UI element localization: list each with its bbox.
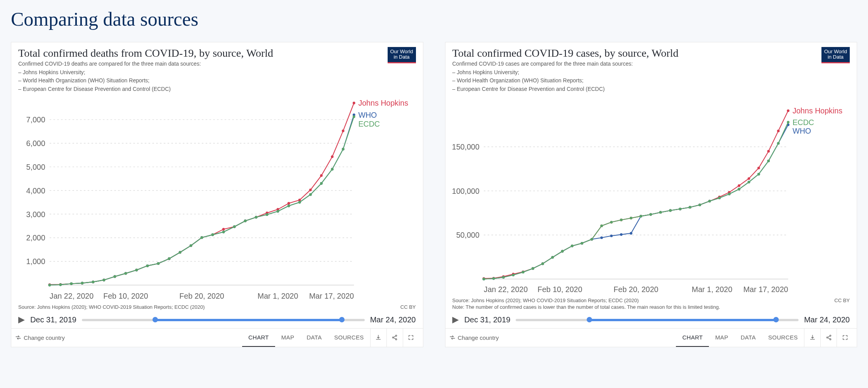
chart-subtitle-line: – World Health Organization (WHO) Situat… <box>452 77 850 85</box>
svg-point-86 <box>135 269 138 271</box>
slider-handle-start[interactable] <box>587 317 592 322</box>
fullscreen-button[interactable] <box>837 329 853 347</box>
tab-map[interactable]: MAP <box>709 329 734 347</box>
download-icon <box>809 334 816 341</box>
time-slider[interactable] <box>516 316 799 323</box>
svg-point-217 <box>757 173 760 176</box>
svg-point-216 <box>747 181 750 184</box>
svg-point-101 <box>298 201 301 204</box>
svg-point-210 <box>688 206 691 209</box>
svg-point-214 <box>728 193 731 195</box>
slider-handle-end[interactable] <box>339 317 345 322</box>
svg-point-197 <box>561 250 563 253</box>
share-button[interactable] <box>820 329 837 347</box>
svg-point-171 <box>620 233 622 236</box>
change-country-button[interactable]: Change country <box>449 334 499 341</box>
change-country-button[interactable]: Change country <box>15 334 65 341</box>
play-button[interactable]: ▶ <box>18 315 25 324</box>
svg-point-206 <box>649 213 652 216</box>
svg-point-36 <box>222 228 225 231</box>
slider-end-date: Mar 24, 2020 <box>804 315 850 324</box>
svg-text:5,000: 5,000 <box>26 163 45 171</box>
download-button[interactable] <box>804 329 820 347</box>
chart-subtitle-line: – Johns Hopkins University; <box>452 69 850 77</box>
chart-subtitle-line: – World Health Organization (WHO) Situat… <box>18 77 416 85</box>
chart-plot[interactable]: 50,000100,000150,000Jan 22, 2020Feb 10, … <box>445 95 857 296</box>
chart-source: Source: Johns Hopkins (2020); WHO COVID-… <box>18 304 204 310</box>
svg-point-154 <box>767 150 770 153</box>
svg-point-91 <box>190 244 192 247</box>
chart-card-deaths: Our Worldin Data Total confirmed deaths … <box>11 42 423 347</box>
chart-plot[interactable]: 1,0002,0003,0004,0005,0006,0007,000Jan 2… <box>11 95 423 303</box>
download-button[interactable] <box>370 329 386 347</box>
time-slider[interactable] <box>82 316 365 323</box>
svg-point-190 <box>492 277 495 280</box>
chart-subtitle-line: – Johns Hopkins University; <box>18 69 416 77</box>
svg-text:Mar 17, 2020: Mar 17, 2020 <box>743 285 788 294</box>
svg-text:7,000: 7,000 <box>26 115 45 124</box>
svg-point-92 <box>201 237 203 239</box>
svg-point-105 <box>342 148 345 151</box>
chart-subtitle-line: Confirmed COVID-19 deaths are compared f… <box>18 60 416 68</box>
tab-data[interactable]: DATA <box>735 329 762 347</box>
svg-point-172 <box>630 232 632 235</box>
svg-point-200 <box>590 238 593 241</box>
svg-text:3,000: 3,000 <box>26 210 45 219</box>
section-title: Comparing data sources <box>11 8 857 30</box>
svg-point-83 <box>103 279 106 282</box>
svg-text:Mar 17, 2020: Mar 17, 2020 <box>309 292 354 300</box>
tab-sources[interactable]: SOURCES <box>328 329 370 347</box>
chart-card-cases: Our Worldin Data Total confirmed COVID-1… <box>445 42 858 347</box>
chart-subtitle-line: – European Centre for Disease Prevention… <box>452 85 850 93</box>
svg-point-89 <box>168 258 171 260</box>
svg-point-82 <box>92 281 95 284</box>
svg-text:ECDC: ECDC <box>792 118 814 127</box>
svg-point-199 <box>580 242 583 245</box>
svg-point-203 <box>620 219 622 221</box>
share-icon <box>392 334 398 341</box>
slider-fill <box>155 319 342 321</box>
svg-point-201 <box>600 224 603 227</box>
svg-point-42 <box>288 202 290 205</box>
svg-point-193 <box>521 271 524 274</box>
svg-point-213 <box>718 197 721 200</box>
tab-sources[interactable]: SOURCES <box>762 329 804 347</box>
tab-data[interactable]: DATA <box>300 329 328 347</box>
share-button[interactable] <box>386 329 403 347</box>
svg-point-152 <box>747 177 750 180</box>
svg-point-48 <box>353 102 355 104</box>
svg-point-47 <box>342 130 345 132</box>
chart-title: Total confirmed COVID-19 cases, by sourc… <box>452 47 850 59</box>
svg-point-156 <box>787 110 789 112</box>
chart-subtitle-line: Confirmed COVID-19 cases are compared fo… <box>452 60 850 68</box>
tab-map[interactable]: MAP <box>275 329 300 347</box>
slider-handle-end[interactable] <box>773 317 779 322</box>
svg-point-209 <box>679 208 681 211</box>
slider-handle-start[interactable] <box>152 317 158 322</box>
svg-text:6,000: 6,000 <box>26 139 45 148</box>
svg-point-44 <box>309 189 312 191</box>
svg-point-85 <box>125 272 127 275</box>
chart-note: Note: The number of confirmed cases is l… <box>452 304 720 310</box>
chart-subtitle-line: – European Centre for Disease Prevention… <box>18 85 416 93</box>
chart-license: CC BY <box>834 298 850 303</box>
svg-point-103 <box>320 182 323 185</box>
svg-point-99 <box>277 210 279 213</box>
svg-text:WHO: WHO <box>792 127 811 135</box>
tab-chart[interactable]: CHART <box>676 329 709 347</box>
svg-point-104 <box>331 168 334 171</box>
svg-point-211 <box>698 204 701 207</box>
svg-point-96 <box>244 220 247 223</box>
slider-fill <box>589 319 776 321</box>
svg-text:Feb 20, 2020: Feb 20, 2020 <box>179 292 224 300</box>
fullscreen-icon <box>842 334 848 341</box>
slider-start-date: Dec 31, 2019 <box>464 315 510 324</box>
svg-point-212 <box>708 200 711 203</box>
tab-chart[interactable]: CHART <box>242 329 275 347</box>
svg-point-155 <box>777 130 780 132</box>
owid-badge: Our Worldin Data <box>821 47 850 63</box>
fullscreen-button[interactable] <box>403 329 419 347</box>
svg-point-191 <box>502 276 505 279</box>
play-button[interactable]: ▶ <box>452 315 459 324</box>
svg-point-100 <box>288 205 290 207</box>
